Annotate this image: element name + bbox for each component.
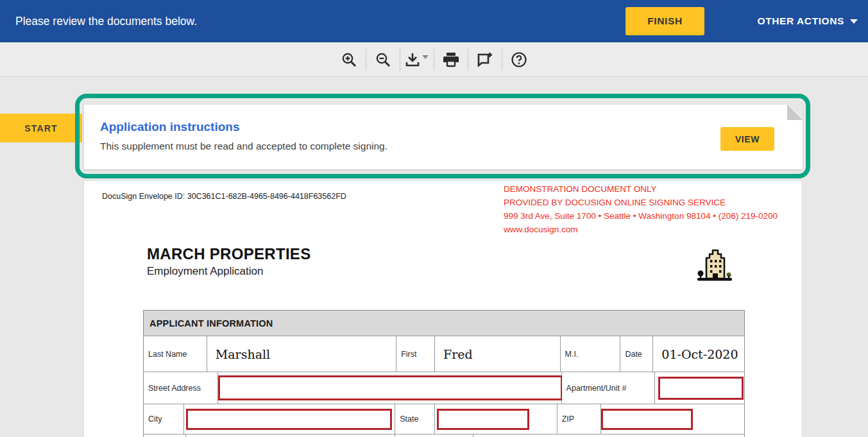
zip-label: ZIP — [557, 415, 574, 424]
form-subtitle: Employment Application — [147, 265, 311, 278]
download-button[interactable] — [400, 49, 434, 71]
supplement-card: Application instructions This supplement… — [84, 105, 803, 169]
middle-initial-label: M.I. — [561, 350, 579, 359]
apartment-unit-input[interactable] — [658, 377, 744, 400]
zip-input[interactable] — [601, 409, 693, 430]
help-icon — [511, 51, 527, 68]
add-comment-icon — [476, 51, 493, 68]
document-title-block: MARCH PROPERTIES Employment Application — [147, 245, 311, 278]
document-toolbar — [0, 42, 868, 77]
building-logo-icon — [695, 245, 735, 286]
document-page: DocuSign Envelope ID: 30C361C1-682B-4965… — [83, 180, 803, 437]
docusign-signing-page: Please review the documents below. FINIS… — [0, 0, 868, 437]
finish-button[interactable]: FINISH — [625, 7, 704, 35]
street-address-label: Street Address — [144, 384, 201, 393]
zoom-in-button[interactable] — [332, 49, 366, 71]
print-icon — [443, 51, 459, 68]
table-row-street: Street Address Apartment/Unit # — [144, 372, 744, 404]
review-message: Please review the documents below. — [15, 0, 197, 42]
table-row-partial — [144, 434, 744, 437]
date-label: Date — [620, 350, 642, 359]
header-bar: Please review the documents below. FINIS… — [0, 0, 868, 42]
last-name-value: Marshall — [207, 347, 270, 361]
view-button[interactable]: VIEW — [720, 127, 774, 151]
demo-line-1: DEMONSTRATION DOCUMENT ONLY — [504, 182, 778, 196]
add-comment-button[interactable] — [468, 49, 502, 71]
help-button[interactable] — [502, 49, 536, 71]
first-name-label: First — [396, 350, 416, 359]
start-tab[interactable]: START — [0, 114, 82, 142]
demo-line-2: PROVIDED BY DOCUSIGN ONLINE SIGNING SERV… — [504, 196, 778, 209]
envelope-id: DocuSign Envelope ID: 30C361C1-682B-4965… — [102, 192, 346, 201]
zoom-out-icon — [375, 51, 391, 68]
first-name-value: Fred — [435, 347, 473, 361]
dogear-fold-icon — [787, 105, 803, 120]
date-value: 01-Oct-2020 — [653, 347, 738, 361]
table-row-name: Last Name Marshall First Fred M.I. Date … — [144, 336, 744, 372]
table-row-city-state-zip: City State ZIP — [144, 404, 744, 434]
supplement-description: This supplement must be read and accepte… — [100, 141, 387, 152]
company-name: MARCH PROPERTIES — [147, 245, 311, 263]
demo-line-3: 999 3rd Ave, Suite 1700 • Seattle • Wash… — [504, 209, 778, 223]
demo-watermark: DEMONSTRATION DOCUMENT ONLY PROVIDED BY … — [504, 182, 778, 236]
other-actions-label: OTHER ACTIONS — [757, 0, 844, 42]
state-input[interactable] — [437, 409, 529, 430]
section-header: APPLICANT INFORMATION — [144, 311, 744, 336]
demo-line-4: www.docusign.com — [504, 223, 778, 236]
street-address-input[interactable] — [218, 375, 563, 400]
state-label: State — [395, 415, 418, 424]
apartment-unit-label: Apartment/Unit # — [562, 384, 627, 393]
supplement-title-link[interactable]: Application instructions — [100, 120, 239, 134]
download-options-caret — [422, 55, 429, 59]
download-icon — [405, 51, 429, 68]
zoom-out-button[interactable] — [366, 49, 400, 71]
other-actions-menu[interactable]: OTHER ACTIONS — [757, 0, 858, 42]
city-label: City — [144, 415, 162, 424]
applicant-information-table: APPLICANT INFORMATION Last Name Marshall… — [143, 310, 745, 437]
last-name-label: Last Name — [144, 350, 187, 359]
city-input[interactable] — [186, 409, 392, 430]
chevron-down-icon — [850, 19, 858, 24]
zoom-in-icon — [341, 51, 357, 68]
print-button[interactable] — [434, 49, 468, 71]
